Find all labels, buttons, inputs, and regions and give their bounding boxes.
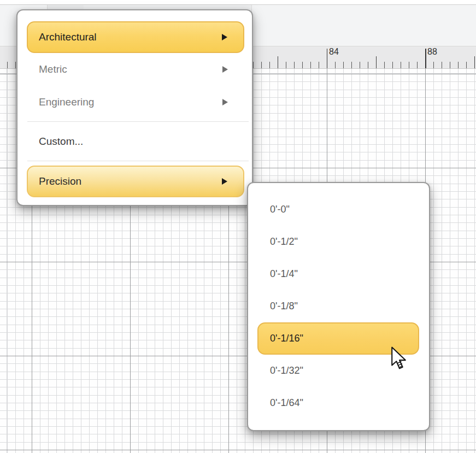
submenu-item-label: 0'-1/8" [270,301,298,312]
submenu-item-label: 0'-0" [270,204,290,215]
submenu-item-label: 0'-1/2" [270,236,298,248]
submenu-arrow-icon [222,99,228,105]
submenu-item-0-1-4[interactable]: 0'-1/4" [248,258,429,290]
menu-item-custom[interactable]: Custom... [17,126,252,157]
menu-item-label: Custom... [39,136,83,148]
submenu-item-0-1-32[interactable]: 0'-1/32" [248,355,429,387]
units-context-menu: Architectural Metric Engineering Custom.… [16,9,253,206]
submenu-item-0-1-64[interactable]: 0'-1/64" [248,387,429,419]
menu-separator [27,121,249,122]
submenu-item-0-1-2[interactable]: 0'-1/2" [248,226,429,258]
menu-item-label: Precision [39,175,81,187]
submenu-item-label: 0'-1/64" [270,397,303,409]
submenu-item-label: 0'-1/32" [270,365,303,376]
submenu-item-label: 0'-1/16" [270,333,303,344]
precision-submenu: 0'-0" 0'-1/2" 0'-1/4" 0'-1/8" 0'-1/16" 0… [247,182,430,431]
submenu-item-0-1-16[interactable]: 0'-1/16" [257,322,419,355]
submenu-arrow-icon [222,66,228,73]
submenu-item-0-0[interactable]: 0'-0" [248,193,429,226]
window-top-strip [0,0,476,5]
submenu-item-label: 0'-1/4" [270,268,298,280]
menu-item-metric[interactable]: Metric [17,54,252,85]
menu-item-precision[interactable]: Precision [27,166,244,197]
menu-separator [27,161,249,161]
submenu-arrow-icon [222,178,227,185]
submenu-arrow-icon [222,34,227,40]
menu-item-architectural[interactable]: Architectural [27,21,244,53]
menu-item-label: Metric [39,63,67,75]
menu-item-label: Architectural [39,31,97,43]
menu-item-label: Engineering [39,96,94,108]
menu-item-engineering[interactable]: Engineering [17,86,252,118]
ruler-tick-label: 84 [329,47,339,57]
ruler-tick-label: 88 [427,47,437,57]
submenu-item-0-1-8[interactable]: 0'-1/8" [248,290,429,322]
